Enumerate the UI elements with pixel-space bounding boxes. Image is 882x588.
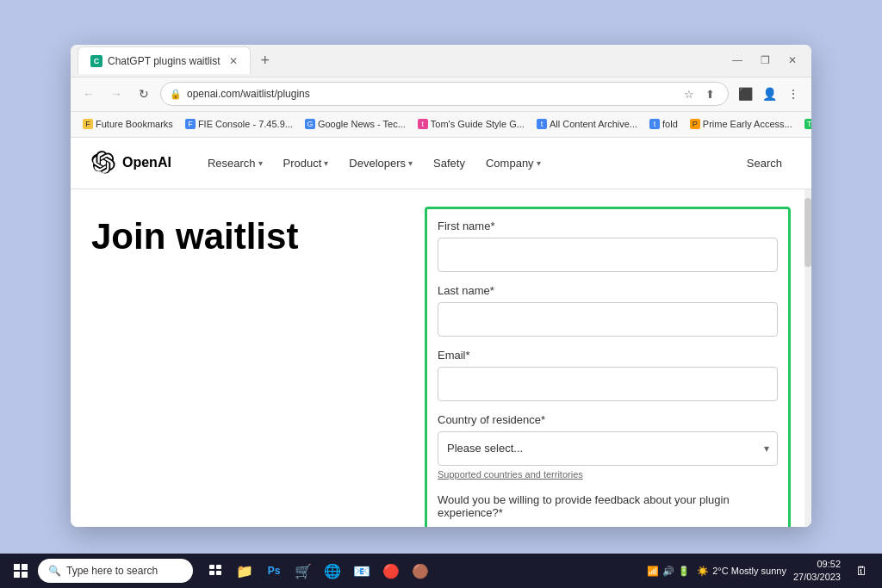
notification-icon[interactable]: 🗓 xyxy=(848,557,875,585)
search-icon: 🔍 xyxy=(48,565,61,577)
nav-product-label: Product xyxy=(283,157,322,170)
back-button[interactable]: ← xyxy=(78,83,100,105)
file-explorer-icon[interactable]: 📁 xyxy=(231,557,258,585)
developers-chevron-icon: ▾ xyxy=(408,158,413,168)
svg-rect-6 xyxy=(209,571,214,575)
email-input[interactable] xyxy=(438,367,778,401)
bookmark-label: Future Bookmarks xyxy=(96,119,173,129)
nav-safety[interactable]: Safety xyxy=(425,152,474,175)
country-group: Country of residence* Please select... U… xyxy=(438,413,778,481)
page-scrollbar[interactable] xyxy=(804,189,811,527)
nav-company[interactable]: Company ▾ xyxy=(477,152,550,175)
svg-rect-0 xyxy=(14,564,20,570)
app-icon-2[interactable]: 🔴 xyxy=(377,557,405,585)
taskbar-search[interactable]: 🔍 Type here to search xyxy=(38,559,193,583)
forward-button[interactable]: → xyxy=(105,83,127,105)
volume-icon[interactable]: 🔊 xyxy=(662,566,674,577)
task-view-icon[interactable] xyxy=(202,557,229,585)
openai-logo-icon xyxy=(91,151,115,175)
taskbar-search-text: Type here to search xyxy=(66,565,158,577)
company-chevron-icon: ▾ xyxy=(537,158,541,168)
bookmark-gnews[interactable]: G Google News - Tec... xyxy=(300,117,411,131)
app-icon-3[interactable]: 🟤 xyxy=(407,557,434,585)
photoshop-icon[interactable]: Ps xyxy=(260,557,288,585)
new-tab-button[interactable]: + xyxy=(256,52,276,70)
bookmark-star-icon[interactable]: ☆ xyxy=(680,84,699,103)
bookmark-label: Tom's Guide Style G... xyxy=(431,119,525,129)
edge-icon[interactable]: 🌐 xyxy=(319,557,346,585)
title-bar: C ChatGPT plugins waitlist ✕ + — ❐ ✕ xyxy=(71,45,811,77)
refresh-button[interactable]: ↻ xyxy=(133,83,155,105)
logo-area: OpenAI xyxy=(91,151,171,175)
right-panel: First name* Last name* Email* xyxy=(404,189,811,527)
bookmark-icon: t xyxy=(537,119,547,129)
tab-close-button[interactable]: ✕ xyxy=(229,55,238,67)
taskbar-pinned-icons: 📁 Ps 🛒 🌐 📧 🔴 🟤 xyxy=(202,557,434,585)
battery-icon[interactable]: 🔋 xyxy=(678,566,690,577)
page-title: Join waitlist xyxy=(91,217,383,257)
site-header: OpenAI Research ▾ Product ▾ Developers ▾… xyxy=(71,138,811,189)
svg-rect-3 xyxy=(22,572,28,578)
close-button[interactable]: ✕ xyxy=(780,50,804,71)
bookmark-content[interactable]: t All Content Archive... xyxy=(531,117,643,131)
maximize-button[interactable]: ❐ xyxy=(753,50,777,71)
svg-rect-2 xyxy=(14,572,20,578)
svg-rect-4 xyxy=(209,565,214,569)
nav-product[interactable]: Product ▾ xyxy=(275,152,338,175)
store-icon[interactable]: 🛒 xyxy=(289,557,317,585)
waitlist-form: First name* Last name* Email* xyxy=(425,207,791,527)
first-name-input[interactable] xyxy=(438,238,778,272)
last-name-input[interactable] xyxy=(438,302,778,337)
page-content: OpenAI Research ▾ Product ▾ Developers ▾… xyxy=(71,138,811,527)
search-button[interactable]: Search xyxy=(738,152,791,175)
taskbar: 🔍 Type here to search 📁 Ps 🛒 🌐 📧 🔴 🟤 📶 🔊… xyxy=(0,554,882,588)
minimize-button[interactable]: — xyxy=(725,50,749,71)
weather-text: 2°C Mostly sunny xyxy=(712,566,786,576)
bookmark-fold[interactable]: t fold xyxy=(644,117,683,131)
nav-research-label: Research xyxy=(208,157,256,170)
bookmark-toms[interactable]: t Tom's Guide Style G... xyxy=(413,117,530,131)
more-icon[interactable]: ⋮ xyxy=(782,83,804,105)
browser-tab[interactable]: C ChatGPT plugins waitlist ✕ xyxy=(78,46,251,74)
last-name-label: Last name* xyxy=(438,284,778,297)
feedback-question: Would you be willing to provide feedback… xyxy=(438,493,778,519)
nav-research[interactable]: Research ▾ xyxy=(199,152,271,175)
nav-safety-label: Safety xyxy=(433,157,465,170)
bookmark-icon: t xyxy=(418,119,428,129)
svg-rect-7 xyxy=(216,571,221,575)
country-select-wrapper: Please select... United States United Ki… xyxy=(438,431,778,466)
countries-link[interactable]: Supported countries and territories xyxy=(438,469,583,480)
bookmarks-bar: F Future Bookmarks F FIE Console - 7.45.… xyxy=(71,112,811,138)
start-button[interactable] xyxy=(7,557,34,585)
address-bar: ← → ↻ 🔒 openai.com/waitlist/plugins ☆ ⬆ … xyxy=(71,77,811,112)
time-text: 09:52 xyxy=(793,558,841,571)
bookmark-prime[interactable]: P Prime Early Access... xyxy=(685,117,798,131)
bookmark-future[interactable]: F Future Bookmarks xyxy=(78,117,178,131)
bookmark-icon: P xyxy=(690,119,700,129)
tab-favicon: C xyxy=(90,55,102,67)
nav-developers[interactable]: Developers ▾ xyxy=(340,152,421,175)
address-actions: ⬛ 👤 ⋮ xyxy=(734,83,804,105)
share-icon[interactable]: ⬆ xyxy=(700,84,719,103)
app-icon-1[interactable]: 📧 xyxy=(348,557,376,585)
svg-rect-5 xyxy=(216,565,221,569)
network-icon[interactable]: 📶 xyxy=(647,566,659,577)
profile-icon[interactable]: 👤 xyxy=(758,83,780,105)
country-select[interactable]: Please select... United States United Ki… xyxy=(438,431,778,466)
email-label: Email* xyxy=(438,349,778,362)
weather-display: ☀️ 2°C Mostly sunny xyxy=(697,566,786,577)
bookmark-tg[interactable]: T TG Weekly content... xyxy=(799,117,811,131)
url-actions: ☆ ⬆ xyxy=(680,84,719,103)
scrollbar-thumb[interactable] xyxy=(804,198,811,267)
research-chevron-icon: ▾ xyxy=(258,158,263,168)
bookmark-icon: T xyxy=(804,119,811,129)
extension-icon[interactable]: ⬛ xyxy=(734,83,756,105)
url-bar[interactable]: 🔒 openai.com/waitlist/plugins ☆ ⬆ xyxy=(160,82,729,106)
first-name-group: First name* xyxy=(438,220,778,272)
lock-icon: 🔒 xyxy=(170,89,182,100)
bookmark-fie[interactable]: F FIE Console - 7.45.9... xyxy=(180,117,298,131)
clock-display[interactable]: 09:52 27/03/2023 xyxy=(793,558,841,585)
weather-icon: ☀️ xyxy=(697,566,709,577)
product-chevron-icon: ▾ xyxy=(324,158,328,168)
svg-rect-1 xyxy=(22,564,28,570)
